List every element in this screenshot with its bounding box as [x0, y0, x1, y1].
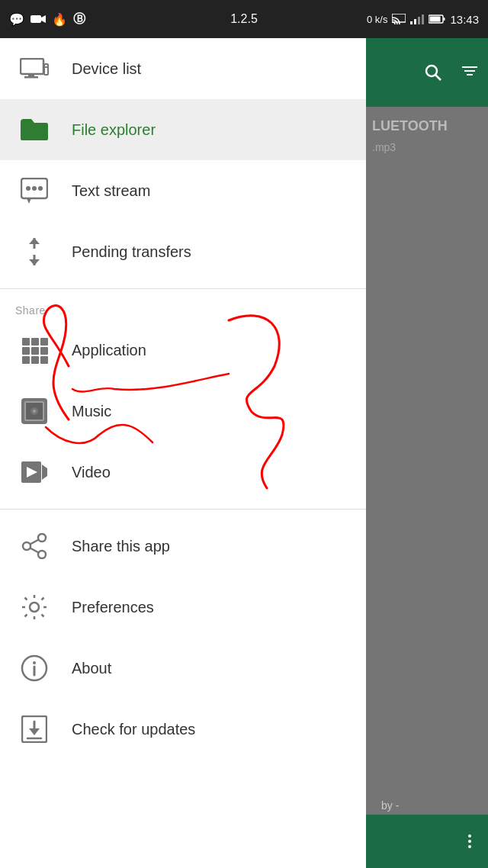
file-explorer-icon	[15, 111, 53, 149]
share-app-icon	[15, 527, 53, 565]
about-label: About	[72, 660, 111, 677]
svg-rect-35	[40, 338, 48, 346]
svg-marker-61	[29, 728, 40, 735]
preferences-label: Preferences	[72, 599, 154, 616]
version-text: 1.2.5	[230, 12, 258, 26]
menu-item-video[interactable]: Video	[0, 442, 366, 503]
svg-point-25	[26, 186, 30, 191]
svg-point-10	[426, 66, 437, 76]
menu-item-file-explorer[interactable]: File explorer	[0, 99, 366, 160]
share-section-header: Share	[0, 295, 366, 320]
svg-rect-33	[22, 338, 30, 346]
svg-line-11	[435, 75, 441, 80]
green-button[interactable]	[366, 815, 488, 868]
battery-icon	[429, 14, 445, 24]
menu-item-share-app[interactable]: Share this app	[0, 516, 366, 577]
svg-rect-3	[410, 21, 413, 24]
text-stream-icon	[15, 172, 53, 210]
fire-icon: 🔥	[52, 12, 67, 27]
search-icon[interactable]	[424, 63, 442, 82]
text-stream-label: Text stream	[72, 182, 150, 200]
svg-marker-28	[27, 198, 31, 204]
music-label: Music	[72, 403, 111, 420]
svg-point-58	[33, 661, 36, 664]
menu-item-application[interactable]: Application	[0, 320, 366, 381]
svg-rect-37	[31, 347, 39, 355]
menu-item-check-updates[interactable]: Check for updates	[0, 699, 366, 760]
svg-rect-34	[31, 338, 39, 346]
check-updates-label: Check for updates	[72, 721, 195, 738]
svg-marker-48	[42, 465, 47, 480]
svg-rect-0	[30, 15, 41, 23]
share-app-label: Share this app	[72, 538, 170, 555]
divider-1	[0, 288, 366, 289]
video-label: Video	[72, 464, 111, 481]
svg-rect-22	[44, 64, 48, 75]
menu-item-about[interactable]: About	[0, 638, 366, 699]
more-icon[interactable]	[462, 834, 477, 849]
svg-point-50	[38, 534, 46, 542]
svg-point-18	[468, 845, 471, 848]
network-speed: 0 k/s	[367, 14, 387, 25]
svg-line-53	[30, 540, 39, 545]
svg-marker-30	[29, 238, 40, 244]
device-list-label: Device list	[72, 60, 141, 78]
menu-item-preferences[interactable]: Preferences	[0, 577, 366, 638]
signal-icon	[410, 14, 424, 24]
svg-rect-5	[418, 17, 420, 24]
about-icon	[15, 649, 53, 687]
svg-point-27	[38, 186, 43, 191]
video-icon	[15, 453, 53, 491]
pending-transfers-icon	[15, 233, 53, 271]
device-list-icon	[15, 50, 53, 88]
menu-item-device-list[interactable]: Device list	[0, 38, 366, 99]
right-panel-header	[366, 38, 488, 107]
time-display: 13:43	[450, 13, 479, 26]
divider-2	[0, 509, 366, 510]
svg-rect-9	[444, 18, 445, 21]
svg-point-26	[32, 186, 37, 191]
preferences-icon	[15, 588, 53, 626]
application-label: Application	[72, 342, 146, 359]
menu-item-text-stream[interactable]: Text stream	[0, 160, 366, 221]
svg-rect-8	[430, 17, 441, 22]
check-updates-icon	[15, 710, 53, 748]
svg-marker-1	[41, 15, 46, 23]
menu-item-pending-transfers[interactable]: Pending transfers	[0, 221, 366, 282]
svg-rect-19	[21, 59, 43, 74]
svg-rect-39	[22, 356, 30, 364]
right-panel: LUETOOTH .mp3 by - p3	[366, 38, 488, 868]
svg-point-51	[23, 542, 30, 550]
cast-icon	[392, 14, 406, 24]
filter-icon[interactable]	[461, 63, 479, 82]
pending-transfers-label: Pending transfers	[72, 243, 191, 261]
right-panel-content: LUETOOTH .mp3	[366, 107, 488, 165]
svg-rect-23	[45, 66, 47, 68]
svg-line-54	[30, 548, 39, 553]
camera-icon	[30, 14, 46, 24]
svg-point-52	[38, 551, 46, 558]
svg-point-17	[468, 840, 471, 843]
b-icon: Ⓑ	[73, 11, 85, 27]
main-layout: LUETOOTH .mp3 by - p3	[0, 38, 488, 868]
svg-rect-21	[24, 76, 38, 79]
svg-rect-41	[40, 356, 48, 364]
svg-rect-36	[22, 347, 30, 355]
svg-marker-32	[29, 259, 40, 265]
svg-point-16	[468, 834, 471, 837]
svg-rect-4	[414, 19, 416, 24]
svg-rect-6	[422, 14, 424, 24]
svg-point-46	[33, 410, 36, 413]
svg-rect-38	[40, 347, 48, 355]
music-icon	[15, 392, 53, 430]
status-left: 💬 🔥 Ⓑ	[9, 11, 85, 27]
application-icon	[15, 331, 53, 369]
file-explorer-label: File explorer	[72, 121, 156, 139]
svg-point-55	[30, 603, 39, 612]
svg-rect-40	[31, 356, 39, 364]
whatsapp-icon: 💬	[9, 12, 24, 27]
drawer: Device list File explorer	[0, 38, 366, 868]
bluetooth-text: LUETOOTH	[372, 116, 482, 137]
mp3-text: .mp3	[372, 140, 482, 156]
menu-item-music[interactable]: Music	[0, 381, 366, 442]
